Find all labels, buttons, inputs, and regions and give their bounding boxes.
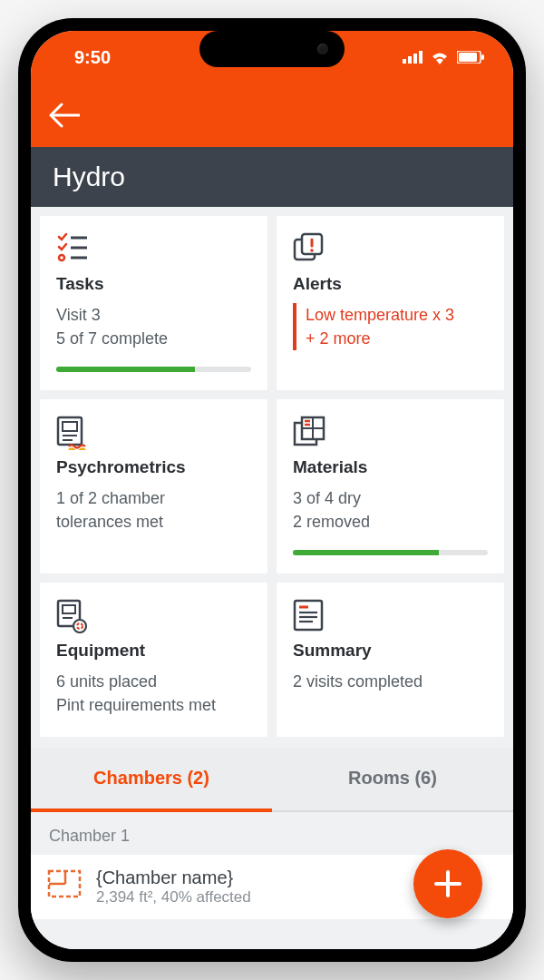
alert-icon: [293, 232, 488, 265]
alert-line: + 2 more: [306, 327, 488, 350]
materials-icon: [293, 416, 488, 448]
battery-icon: [457, 51, 484, 64]
page-title: Hydro: [31, 147, 513, 207]
card-title: Psychrometrics: [56, 457, 251, 477]
plus-icon: [432, 868, 463, 899]
card-line: Visit 3: [56, 303, 251, 327]
chamber-name: {Chamber name}: [96, 867, 251, 888]
tab-rooms[interactable]: Rooms (6): [272, 748, 513, 810]
add-button[interactable]: [413, 849, 482, 918]
card-title: Summary: [293, 641, 488, 661]
floorplan-icon: [47, 867, 82, 900]
alerts-card[interactable]: Alerts Low temperature x 3 + 2 more: [277, 216, 504, 390]
tasks-card[interactable]: Tasks Visit 3 5 of 7 complete: [40, 216, 267, 390]
summary-icon: [293, 599, 488, 632]
svg-rect-3: [419, 51, 423, 64]
svg-rect-30: [295, 601, 322, 630]
card-line: tolerances met: [56, 510, 251, 534]
card-title: Equipment: [56, 641, 251, 661]
card-title: Alerts: [293, 274, 488, 294]
svg-rect-16: [63, 422, 77, 431]
card-line: Pint requirements met: [56, 693, 251, 717]
svg-point-7: [59, 255, 64, 260]
materials-card[interactable]: Materials 3 of 4 dry 2 removed: [277, 399, 504, 573]
card-title: Materials: [293, 457, 488, 477]
svg-rect-5: [459, 53, 477, 62]
svg-rect-0: [403, 59, 406, 64]
arrow-left-icon: [49, 103, 80, 128]
checklist-icon: [56, 232, 251, 265]
nav-bar: [31, 83, 513, 147]
svg-rect-1: [408, 56, 412, 64]
device-notch: [199, 31, 345, 67]
svg-point-28: [73, 620, 86, 632]
section-header: Chamber 1: [31, 812, 513, 855]
card-line: 2 visits completed: [293, 670, 488, 693]
psychrometrics-card[interactable]: Psychrometrics 1 of 2 chamber tolerances…: [40, 399, 267, 573]
svg-rect-6: [481, 54, 484, 60]
back-button[interactable]: [49, 103, 80, 128]
summary-card[interactable]: Summary 2 visits completed: [277, 583, 504, 737]
card-line: 6 units placed: [56, 670, 251, 693]
progress-bar: [293, 550, 488, 555]
progress-bar: [56, 367, 251, 372]
card-line: 1 of 2 chamber: [56, 486, 251, 510]
card-line: 3 of 4 dry: [293, 486, 488, 510]
cellular-icon: [403, 51, 423, 64]
card-title: Tasks: [56, 274, 251, 294]
status-time: 9:50: [74, 47, 111, 68]
tabs: Chambers (2) Rooms (6): [31, 748, 513, 812]
svg-rect-26: [63, 605, 75, 613]
card-line: 2 removed: [293, 510, 488, 534]
wifi-icon: [430, 50, 450, 64]
tab-chambers[interactable]: Chambers (2): [31, 748, 272, 812]
svg-rect-2: [413, 54, 417, 64]
alert-line: Low temperature x 3: [306, 303, 488, 327]
status-indicators: [403, 50, 484, 64]
psychrometrics-icon: [56, 416, 251, 448]
equipment-icon: [56, 599, 251, 632]
svg-point-14: [310, 249, 314, 252]
equipment-card[interactable]: Equipment 6 units placed Pint requiremen…: [40, 583, 267, 737]
content-area: Tasks Visit 3 5 of 7 complete Alerts Low…: [31, 207, 513, 949]
alert-messages: Low temperature x 3 + 2 more: [293, 303, 488, 350]
chamber-meta: 2,394 ft², 40% affected: [96, 888, 251, 906]
card-line: 5 of 7 complete: [56, 327, 251, 350]
